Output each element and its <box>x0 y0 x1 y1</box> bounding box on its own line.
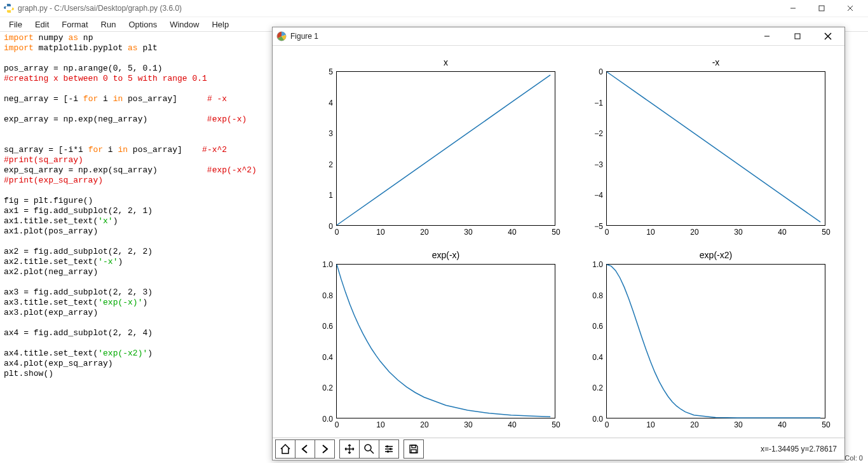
ytick: 2 <box>329 160 337 169</box>
subplot-2: −5−4−3−2−1001020304050-x <box>606 71 825 226</box>
subplot-4: 0.00.20.40.60.81.001020304050exp(-x2) <box>606 264 825 418</box>
svg-rect-1 <box>819 6 824 11</box>
matplotlib-window: Figure 1 01234501020304050x−5−4−3−2−1001… <box>272 27 845 460</box>
ytick: 0.2 <box>322 384 337 392</box>
xtick: 30 <box>734 418 742 429</box>
menu-edit[interactable]: Edit <box>29 18 55 31</box>
subplot-title: exp(-x2) <box>606 250 825 260</box>
minimize-button[interactable] <box>778 0 807 17</box>
mpl-titlebar: Figure 1 <box>273 27 844 46</box>
xtick: 40 <box>508 418 516 429</box>
toolbar-pan[interactable] <box>339 439 360 459</box>
xtick: 10 <box>646 225 654 237</box>
ytick: 1.0 <box>592 260 607 269</box>
ytick: 1.0 <box>322 260 337 269</box>
xtick: 50 <box>552 418 560 429</box>
xtick: 40 <box>778 418 786 429</box>
menu-run[interactable]: Run <box>95 18 123 31</box>
toolbar-save[interactable] <box>403 439 424 459</box>
mpl-title: Figure 1 <box>290 32 754 41</box>
ytick: 5 <box>329 67 337 76</box>
ytick: 0.2 <box>592 384 607 392</box>
ytick: −4 <box>594 191 607 200</box>
svg-rect-11 <box>386 446 388 448</box>
menu-file[interactable]: File <box>3 18 29 31</box>
mpl-minimize-button[interactable] <box>754 27 780 45</box>
matplotlib-icon <box>276 31 287 41</box>
xtick: 50 <box>822 418 830 429</box>
xtick: 0 <box>605 418 609 429</box>
ytick: −2 <box>594 129 607 138</box>
toolbar-home[interactable] <box>275 439 295 459</box>
maximize-button[interactable] <box>807 0 836 17</box>
svg-rect-15 <box>411 450 416 453</box>
menu-help[interactable]: Help <box>205 18 235 31</box>
ytick: 0.6 <box>592 322 607 331</box>
xtick: 50 <box>822 225 830 237</box>
xtick: 20 <box>690 418 698 429</box>
subplot-3: 0.00.20.40.60.81.001020304050exp(-x) <box>336 264 555 418</box>
svg-rect-12 <box>390 448 391 450</box>
xtick: 40 <box>778 225 786 237</box>
toolbar-configure[interactable] <box>379 439 399 459</box>
subplot-title: x <box>336 57 555 67</box>
ytick: 0.8 <box>592 291 607 300</box>
toolbar-zoom[interactable] <box>359 439 379 459</box>
xtick: 10 <box>376 225 384 237</box>
svg-rect-14 <box>412 445 416 448</box>
xtick: 10 <box>376 418 384 429</box>
mpl-coords: x=-1.34495 y=2.78617 <box>761 445 842 453</box>
xtick: 50 <box>552 225 560 237</box>
ytick: 0.4 <box>322 353 337 362</box>
xtick: 0 <box>335 225 339 237</box>
xtick: 10 <box>646 418 654 429</box>
menu-window[interactable]: Window <box>163 18 205 31</box>
ytick: 0.8 <box>322 291 337 300</box>
svg-point-9 <box>365 445 371 451</box>
xtick: 30 <box>464 418 472 429</box>
xtick: 20 <box>420 225 428 237</box>
ytick: 4 <box>329 99 337 107</box>
ytick: −3 <box>594 160 607 169</box>
python-icon <box>4 3 14 13</box>
xtick: 30 <box>734 225 742 237</box>
ytick: 0.4 <box>592 353 607 362</box>
toolbar-back[interactable] <box>295 439 315 459</box>
subplot-title: exp(-x) <box>336 250 555 260</box>
svg-rect-6 <box>795 34 800 39</box>
menu-options[interactable]: Options <box>122 18 163 31</box>
close-button[interactable] <box>836 0 864 17</box>
menu-format[interactable]: Format <box>55 18 94 31</box>
svg-rect-13 <box>387 451 389 453</box>
mpl-maximize-button[interactable] <box>785 27 810 45</box>
mpl-toolbar: x=-1.34495 y=2.78617 <box>273 438 844 460</box>
subplot-title: -x <box>606 57 825 67</box>
ytick: 0.6 <box>322 322 337 331</box>
ytick: −1 <box>594 99 607 107</box>
ytick: 1 <box>329 191 337 200</box>
mpl-canvas[interactable]: 01234501020304050x−5−4−3−2−1001020304050… <box>273 46 844 438</box>
ytick: 3 <box>329 129 337 138</box>
code-editor[interactable]: import numpy as np import matplotlib.pyp… <box>4 33 271 379</box>
xtick: 0 <box>335 418 339 429</box>
ytick: 0 <box>599 67 607 76</box>
xtick: 0 <box>605 225 609 237</box>
toolbar-forward[interactable] <box>315 439 335 459</box>
xtick: 20 <box>690 225 698 237</box>
idle-titlebar: graph.py - C:/Users/sai/Desktop/graph.py… <box>0 0 868 17</box>
xtick: 40 <box>508 225 516 237</box>
svg-line-10 <box>370 450 374 453</box>
idle-title: graph.py - C:/Users/sai/Desktop/graph.py… <box>18 4 778 13</box>
xtick: 20 <box>420 418 428 429</box>
mpl-close-button[interactable] <box>815 27 841 45</box>
subplot-1: 01234501020304050x <box>336 71 555 226</box>
xtick: 30 <box>464 225 472 237</box>
